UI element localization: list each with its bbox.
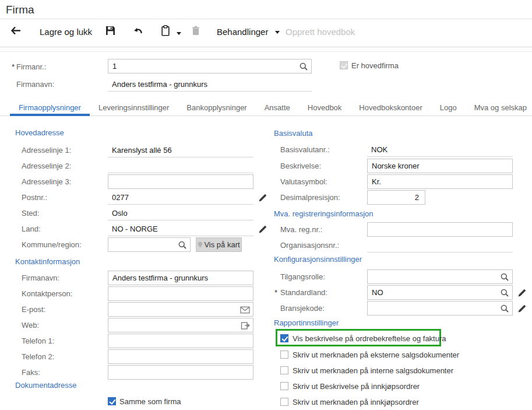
section-rapportinnstillinger: Rapportinnstillinger bbox=[274, 318, 339, 327]
beskrivelse-innkjop-checkbox[interactable] bbox=[280, 382, 288, 390]
telefon2-field bbox=[108, 349, 253, 364]
sted-label: Sted: bbox=[22, 206, 39, 220]
pencil-icon[interactable] bbox=[517, 304, 527, 313]
required-marker: * bbox=[12, 59, 15, 74]
beskrivelse-innkjop-label: Skriv ut Beskrivelse på innkjøpsordrer bbox=[293, 382, 420, 391]
beskrivelse-field bbox=[367, 159, 513, 173]
mva-regnr-input[interactable] bbox=[368, 223, 512, 236]
envelope-icon[interactable] bbox=[240, 306, 250, 314]
tab-logo[interactable]: Logo bbox=[431, 99, 466, 116]
save-button[interactable] bbox=[105, 26, 115, 37]
tab-ansatte[interactable]: Ansatte bbox=[256, 99, 299, 116]
firmanavn-header-field bbox=[108, 77, 312, 92]
basisvalutanr-input[interactable] bbox=[367, 142, 513, 156]
samme-som-firma-label: Samme som firma bbox=[119, 397, 181, 406]
page-title: Firma bbox=[6, 3, 34, 16]
tab-leveringsinnstillinger[interactable]: Leveringsinnstillinger bbox=[90, 99, 178, 116]
telefon1-input[interactable] bbox=[108, 334, 253, 348]
beskrivelse-input[interactable] bbox=[368, 159, 512, 173]
tilgangsrolle-field bbox=[367, 269, 513, 284]
merknad-interne-checkbox[interactable] bbox=[280, 366, 288, 374]
postnr-input[interactable] bbox=[108, 190, 253, 204]
caret-down-icon bbox=[177, 32, 181, 35]
web-label: Web: bbox=[22, 318, 39, 332]
behandlinger-label: Behandlinger bbox=[217, 27, 268, 37]
sted-input[interactable] bbox=[108, 206, 253, 220]
organisasjonsnr-input[interactable] bbox=[367, 238, 513, 252]
vis-pa-kart-button[interactable]: Vis på kart bbox=[196, 237, 242, 252]
postnr-label: Postnr.: bbox=[22, 190, 47, 205]
firma-window: Firma Lagre og lukk Behandlinger Opprett… bbox=[0, 0, 532, 410]
land-field bbox=[108, 222, 253, 236]
adresselinje3-input[interactable] bbox=[108, 175, 253, 188]
sted-field bbox=[108, 206, 253, 220]
undo-button[interactable] bbox=[133, 26, 143, 37]
opprett-hovedbok-button: Opprett hovedbok bbox=[286, 27, 355, 37]
valutasymbol-field bbox=[367, 174, 513, 189]
tab-firmaopplysninger[interactable]: Firmaopplysninger bbox=[10, 99, 90, 116]
telefon1-field bbox=[108, 334, 253, 348]
bransjekode-field bbox=[367, 301, 513, 316]
firmanavn-header-label: Firmanavn: bbox=[16, 77, 54, 92]
kontaktperson-label: Kontaktperson: bbox=[22, 286, 72, 301]
er-hovedfirma-checkbox bbox=[340, 61, 348, 69]
firmanr-label: Firmanr.: bbox=[16, 59, 46, 74]
web-input[interactable] bbox=[108, 318, 253, 332]
tab-hovedbokskontoer[interactable]: Hovedbokskontoer bbox=[350, 99, 431, 116]
paste-button[interactable] bbox=[161, 25, 181, 38]
merknad-eksterne-label: Skriv ut merknaden på eksterne salgsdoku… bbox=[293, 351, 459, 359]
basisvalutanr-label: Basisvalutanr.: bbox=[280, 142, 330, 157]
section-mva-registrering: Mva. registreringsinformasjon bbox=[274, 209, 374, 218]
magnifier-icon[interactable] bbox=[500, 272, 509, 282]
toolbar-divider bbox=[0, 47, 532, 47]
standardland-label: Standardland: bbox=[280, 285, 327, 300]
beskrivelse-label: Beskrivelse: bbox=[280, 159, 321, 173]
valutasymbol-label: Valutasymbol: bbox=[280, 174, 327, 189]
pencil-icon[interactable] bbox=[258, 225, 267, 234]
bransjekode-input[interactable] bbox=[368, 302, 512, 315]
merknad-interne-label: Skriv ut merknaden på interne salgsdokum… bbox=[293, 366, 453, 375]
kontakt-firmanavn-input[interactable] bbox=[108, 271, 253, 285]
panel-top-divider bbox=[0, 51, 532, 52]
desimalpresisjon-field bbox=[367, 190, 425, 205]
pencil-icon[interactable] bbox=[258, 193, 267, 202]
vis-beskrivelse-checkbox[interactable] bbox=[280, 334, 288, 342]
faks-label: Faks: bbox=[22, 365, 40, 380]
web-field bbox=[108, 318, 253, 332]
merknad-innkjop-checkbox[interactable] bbox=[280, 398, 288, 406]
merknad-eksterne-checkbox[interactable] bbox=[280, 351, 288, 359]
adresselinje1-input[interactable] bbox=[108, 143, 253, 157]
faks-input[interactable] bbox=[108, 366, 253, 379]
valutasymbol-input[interactable] bbox=[368, 175, 512, 188]
save-and-close-button[interactable]: Lagre og lukk bbox=[40, 27, 92, 37]
magnifier-icon[interactable] bbox=[500, 288, 509, 297]
firmanr-input[interactable] bbox=[108, 59, 311, 73]
desimalpresisjon-input[interactable] bbox=[368, 191, 425, 204]
tab-mva-og-selskap[interactable]: Mva og selskap bbox=[466, 99, 532, 116]
telefon2-input[interactable] bbox=[108, 350, 253, 363]
behandlinger-menu-button[interactable]: Behandlinger bbox=[217, 27, 280, 37]
tab-bankopplysninger[interactable]: Bankopplysninger bbox=[178, 99, 255, 116]
magnifier-icon[interactable] bbox=[299, 62, 308, 71]
tab-hovedbok[interactable]: Hovedbok bbox=[299, 99, 351, 116]
kontakt-firmanavn-field bbox=[108, 271, 253, 285]
section-kontaktinformasjon: Kontaktinformasjon bbox=[15, 257, 80, 266]
undo-icon bbox=[133, 26, 143, 36]
magnifier-icon[interactable] bbox=[500, 304, 509, 313]
pencil-icon[interactable] bbox=[517, 288, 527, 297]
external-link-icon[interactable] bbox=[241, 321, 250, 330]
firmanavn-header-input[interactable] bbox=[108, 77, 312, 91]
section-dokumentadresse: Dokumentadresse bbox=[15, 381, 77, 390]
back-button[interactable] bbox=[10, 26, 22, 37]
adresselinje2-input[interactable] bbox=[108, 159, 253, 173]
kontaktperson-input[interactable] bbox=[108, 287, 253, 300]
clipboard-icon bbox=[161, 25, 170, 36]
magnifier-icon[interactable] bbox=[178, 240, 187, 250]
epost-input[interactable] bbox=[108, 303, 253, 316]
er-hovedfirma-label: Er hovedfirma bbox=[351, 61, 399, 70]
land-input[interactable] bbox=[108, 222, 253, 236]
standardland-input[interactable] bbox=[368, 286, 512, 299]
standardland-field bbox=[367, 285, 513, 300]
samme-som-firma-checkbox[interactable] bbox=[108, 397, 116, 405]
tilgangsrolle-input[interactable] bbox=[368, 270, 512, 283]
